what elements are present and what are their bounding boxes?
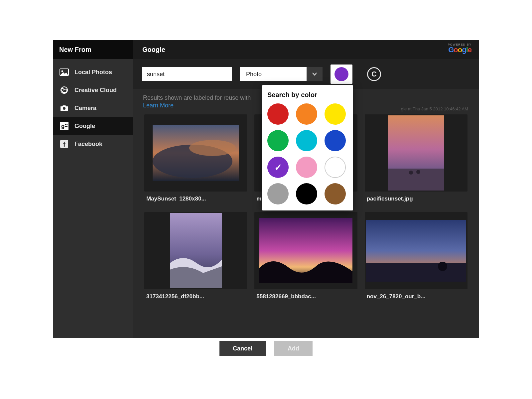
- color-filter-button[interactable]: [331, 65, 352, 84]
- sidebar-item-label: Facebook: [74, 141, 102, 148]
- color-swatch[interactable]: ✓: [267, 157, 289, 178]
- result-thumbnail: [144, 212, 247, 289]
- type-dropdown[interactable]: Photo: [240, 67, 323, 81]
- color-swatch[interactable]: [325, 103, 346, 125]
- color-swatch[interactable]: [296, 183, 317, 204]
- color-swatch[interactable]: [267, 183, 289, 204]
- sidebar-item-label: Google: [74, 123, 95, 130]
- color-swatch[interactable]: [325, 130, 346, 151]
- color-swatch[interactable]: [267, 103, 289, 125]
- sidebar-item-camera[interactable]: Camera: [53, 99, 133, 117]
- sidebar-header: New From: [53, 40, 133, 59]
- result-filename: 3173412256_df20bb...: [144, 293, 247, 300]
- creative-cloud-icon: [59, 86, 69, 94]
- sidebar-item-label: Local Photos: [74, 69, 112, 76]
- result-filename: 5581282669_bbbdac...: [254, 293, 357, 300]
- google-icon: g: [59, 122, 69, 130]
- sidebar-item-google[interactable]: g Google: [53, 117, 133, 135]
- result-card[interactable]: pacificsunset.jpg: [365, 114, 467, 202]
- selected-color-swatch-icon: [334, 67, 348, 81]
- svg-rect-22: [366, 263, 466, 282]
- svg-point-23: [438, 262, 447, 271]
- result-card[interactable]: nov_26_7820_our_b...: [365, 212, 467, 300]
- add-button[interactable]: Add: [274, 341, 313, 356]
- color-swatch[interactable]: [325, 157, 346, 178]
- svg-rect-7: [66, 124, 67, 125]
- result-thumbnail: [144, 114, 247, 192]
- result-filename: nov_26_7820_our_b...: [365, 293, 467, 300]
- svg-text:g: g: [61, 123, 65, 129]
- type-dropdown-label: Photo: [240, 67, 307, 81]
- svg-rect-8: [65, 126, 67, 127]
- svg-point-17: [409, 171, 413, 175]
- result-filename: MaySunset_1280x80...: [144, 196, 247, 202]
- check-icon: ✓: [267, 157, 289, 178]
- photos-icon: [59, 68, 69, 76]
- footer: Cancel Add: [53, 338, 479, 359]
- color-popover-title: Search by color: [267, 91, 348, 99]
- sidebar-item-local-photos[interactable]: Local Photos: [53, 63, 133, 81]
- color-swatch[interactable]: [296, 157, 317, 178]
- sidebar-item-creative-cloud[interactable]: Creative Cloud: [53, 81, 133, 99]
- result-card[interactable]: 3173412256_df20bb...: [144, 212, 247, 300]
- search-input[interactable]: [142, 67, 232, 81]
- sidebar-item-facebook[interactable]: f Facebook: [53, 135, 133, 153]
- svg-point-3: [63, 107, 66, 110]
- color-swatch[interactable]: [296, 103, 317, 125]
- powered-by-google-logo: POWERED BY Google: [448, 43, 471, 54]
- sidebar-item-label: Creative Cloud: [74, 87, 117, 94]
- copyright-icon: C: [371, 70, 377, 78]
- results-timestamp: gle at Thu Jan 5 2012 10:46:42 AM: [401, 106, 468, 111]
- sidebar: Local Photos Creative Cloud Camera g Goo…: [53, 59, 133, 338]
- source-title: Google: [142, 46, 165, 54]
- color-swatch[interactable]: [267, 130, 289, 151]
- result-card[interactable]: 5581282669_bbbdac...: [254, 212, 357, 300]
- sidebar-item-label: Camera: [74, 105, 96, 112]
- color-popover: Search by color ✓: [262, 85, 353, 210]
- result-filename: pacificsunset.jpg: [365, 196, 467, 202]
- svg-rect-6: [65, 124, 66, 125]
- result-card[interactable]: MaySunset_1280x80...: [144, 114, 247, 202]
- svg-point-1: [62, 70, 63, 72]
- svg-text:f: f: [63, 141, 66, 148]
- result-thumbnail: [254, 212, 357, 289]
- chevron-down-icon: [307, 67, 323, 81]
- facebook-icon: f: [59, 140, 69, 148]
- color-swatch[interactable]: [325, 183, 346, 204]
- camera-icon: [59, 104, 69, 112]
- result-thumbnail: [365, 114, 467, 192]
- toolbar: Photo C: [133, 59, 479, 89]
- svg-point-13: [189, 140, 236, 156]
- cancel-button[interactable]: Cancel: [219, 341, 266, 356]
- main-header: Google POWERED BY Google: [133, 40, 479, 59]
- color-swatch[interactable]: [296, 130, 317, 151]
- result-thumbnail: [365, 212, 467, 289]
- svg-point-18: [416, 170, 420, 174]
- svg-rect-16: [388, 169, 444, 191]
- license-filter-button[interactable]: C: [367, 67, 381, 81]
